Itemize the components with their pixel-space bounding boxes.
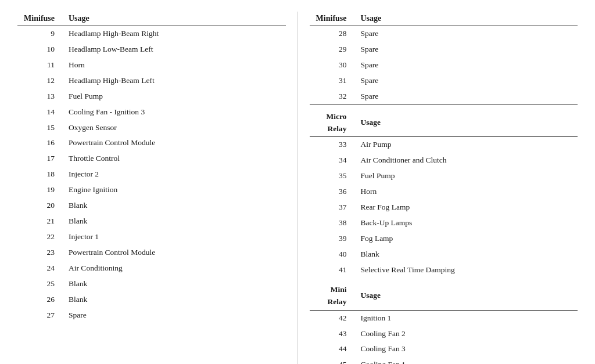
relay-number: 33 xyxy=(310,137,356,153)
fuse-usage: Spare xyxy=(356,57,578,73)
relay-usage: Air Pump xyxy=(356,137,578,153)
left-table-row: 15Oxygen Sensor xyxy=(17,120,286,136)
micro-relay-row: 33Air Pump xyxy=(310,137,578,153)
mini-relay-row: 42Ignition 1 xyxy=(310,310,578,326)
fuse-number: 22 xyxy=(17,229,64,245)
fuse-usage: Spare xyxy=(356,42,578,57)
left-table-row: 21Blank xyxy=(17,214,286,229)
relay-number: 44 xyxy=(310,341,356,357)
left-table: Minifuse Usage 9Headlamp High-Beam Right… xyxy=(17,12,286,323)
fuse-usage: Cooling Fan - Ignition 3 xyxy=(64,104,286,120)
fuse-usage: Spare xyxy=(356,89,578,104)
relay-usage: Horn xyxy=(356,184,578,200)
fuse-number: 26 xyxy=(17,292,64,308)
mini-relay-row: 43Cooling Fan 2 xyxy=(310,326,578,342)
fuse-number: 21 xyxy=(17,214,64,229)
right-table-header: Minifuse Usage xyxy=(310,12,578,26)
micro-relay-row: 36Horn xyxy=(310,184,578,200)
micro-relay-row: 38Back-Up Lamps xyxy=(310,215,578,231)
fuse-number: 17 xyxy=(17,151,64,167)
left-table-row: 19Engine Ignition xyxy=(17,182,286,198)
fuse-number: 11 xyxy=(17,57,64,73)
micro-relay-usage-label: Usage xyxy=(356,104,578,137)
fuse-usage: Blank xyxy=(64,292,286,308)
fuse-usage: Fuel Pump xyxy=(64,89,286,104)
relay-usage: Cooling Fan 1 xyxy=(356,357,578,364)
relay-number: 43 xyxy=(310,326,356,342)
relay-number: 36 xyxy=(310,184,356,200)
main-container: Minifuse Usage 9Headlamp High-Beam Right… xyxy=(17,12,578,364)
fuse-number: 25 xyxy=(17,276,64,292)
relay-number: 35 xyxy=(310,168,356,184)
fuse-number: 9 xyxy=(17,26,64,42)
left-table-row: 10Headlamp Low-Beam Left xyxy=(17,42,286,57)
relay-usage: Fuel Pump xyxy=(356,168,578,184)
fuse-number: 27 xyxy=(17,308,64,323)
fuse-usage: Powertrain Control Module xyxy=(64,245,286,261)
left-table-row: 17Throttle Control xyxy=(17,151,286,167)
micro-relay-row: 34Air Conditioner and Clutch xyxy=(310,153,578,168)
right-table-row: 28Spare xyxy=(310,26,578,42)
fuse-usage: Powertrain Control Module xyxy=(64,135,286,151)
micro-relay-row: 39Fog Lamp xyxy=(310,231,578,247)
relay-usage: Rear Fog Lamp xyxy=(356,200,578,215)
fuse-usage: Spare xyxy=(356,26,578,42)
fuse-number: 18 xyxy=(17,167,64,182)
fuse-usage: Blank xyxy=(64,276,286,292)
fuse-usage: Oxygen Sensor xyxy=(64,120,286,136)
micro-relay-label: Micro Relay xyxy=(310,104,356,137)
micro-relay-row: 41Selective Real Time Damping xyxy=(310,262,578,278)
fuse-number: 28 xyxy=(310,26,356,42)
relay-number: 38 xyxy=(310,215,356,231)
fuse-number: 29 xyxy=(310,42,356,57)
left-table-row: 20Blank xyxy=(17,198,286,214)
fuse-usage: Headlamp High-Beam Left xyxy=(64,73,286,89)
mini-relay-row: 44Cooling Fan 3 xyxy=(310,341,578,357)
fuse-usage: Engine Ignition xyxy=(64,182,286,198)
relay-usage: Fog Lamp xyxy=(356,231,578,247)
right-table-row: 31Spare xyxy=(310,73,578,89)
relay-usage: Blank xyxy=(356,247,578,262)
left-header-col2: Usage xyxy=(64,12,286,26)
left-table-row: 14Cooling Fan - Ignition 3 xyxy=(17,104,286,120)
relay-number: 42 xyxy=(310,310,356,326)
fuse-number: 23 xyxy=(17,245,64,261)
fuse-usage: Injector 2 xyxy=(64,167,286,182)
right-table-row: 29Spare xyxy=(310,42,578,57)
relay-number: 45 xyxy=(310,357,356,364)
fuse-number: 32 xyxy=(310,89,356,104)
fuse-number: 19 xyxy=(17,182,64,198)
fuse-number: 12 xyxy=(17,73,64,89)
micro-relay-row: 37Rear Fog Lamp xyxy=(310,200,578,215)
left-table-row: 26Blank xyxy=(17,292,286,308)
left-table-row: 16Powertrain Control Module xyxy=(17,135,286,151)
mini-relay-label: Mini Relay xyxy=(310,278,356,310)
fuse-usage: Blank xyxy=(64,214,286,229)
fuse-usage: Headlamp High-Beam Right xyxy=(64,26,286,42)
fuse-usage: Injector 1 xyxy=(64,229,286,245)
micro-relay-row: 35Fuel Pump xyxy=(310,168,578,184)
right-table-row: 30Spare xyxy=(310,57,578,73)
relay-usage: Cooling Fan 3 xyxy=(356,341,578,357)
right-header-col2: Usage xyxy=(356,12,578,26)
relay-usage: Air Conditioner and Clutch xyxy=(356,153,578,168)
left-header-col1: Minifuse xyxy=(17,12,64,26)
micro-relay-row: 40Blank xyxy=(310,247,578,262)
relay-usage: Ignition 1 xyxy=(356,310,578,326)
left-table-header: Minifuse Usage xyxy=(17,12,286,26)
relay-number: 37 xyxy=(310,200,356,215)
left-table-row: 11Horn xyxy=(17,57,286,73)
fuse-usage: Air Conditioning xyxy=(64,261,286,276)
relay-number: 34 xyxy=(310,153,356,168)
fuse-number: 20 xyxy=(17,198,64,214)
right-header-col1: Minifuse xyxy=(310,12,356,26)
fuse-number: 14 xyxy=(17,104,64,120)
fuse-number: 30 xyxy=(310,57,356,73)
left-table-row: 24Air Conditioning xyxy=(17,261,286,276)
mini-relay-row: 45Cooling Fan 1 xyxy=(310,357,578,364)
mini-relay-header-row: Mini RelayUsage xyxy=(310,278,578,310)
left-table-row: 27Spare xyxy=(17,308,286,323)
fuse-usage: Throttle Control xyxy=(64,151,286,167)
left-table-row: 9Headlamp High-Beam Right xyxy=(17,26,286,42)
fuse-number: 16 xyxy=(17,135,64,151)
